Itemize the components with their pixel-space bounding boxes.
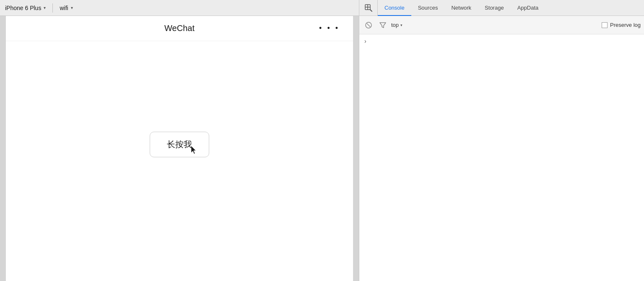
context-label: top xyxy=(391,22,399,28)
filter-icon xyxy=(379,22,386,29)
tab-storage[interactable]: Storage xyxy=(478,0,511,16)
app-body: 长按我 xyxy=(6,41,353,281)
inspect-icon xyxy=(364,4,373,12)
context-selector[interactable]: top ▾ xyxy=(391,22,402,28)
tab-appdata[interactable]: AppData xyxy=(511,0,545,16)
console-body: › xyxy=(359,34,644,281)
preserve-log-label: Preserve log xyxy=(610,22,641,28)
device-selector[interactable]: iPhone 6 Plus ▾ xyxy=(0,0,51,16)
tab-console[interactable]: Console xyxy=(378,0,411,16)
tab-sources[interactable]: Sources xyxy=(411,0,445,16)
toolbar-divider xyxy=(52,3,53,13)
context-dropdown-arrow: ▾ xyxy=(400,23,402,27)
preserve-log-checkbox[interactable] xyxy=(602,22,608,28)
svg-line-6 xyxy=(367,23,370,27)
console-prompt-line: › xyxy=(364,38,639,44)
preserve-log-area: Preserve log xyxy=(602,22,641,28)
cursor-icon xyxy=(191,146,197,154)
filter-button[interactable] xyxy=(377,19,389,31)
device-dropdown-arrow: ▾ xyxy=(44,5,46,10)
devtools-tabs: Console Sources Network Storage AppData xyxy=(359,0,644,16)
clear-icon xyxy=(365,22,372,29)
simulator-panel: WeChat • • • 长按我 xyxy=(0,16,359,281)
inspect-element-button[interactable] xyxy=(359,0,378,16)
tab-network[interactable]: Network xyxy=(444,0,478,16)
devtools-panel: top ▾ Preserve log › xyxy=(359,16,644,281)
wifi-selector[interactable]: wifi ▾ xyxy=(55,0,78,16)
app-header: WeChat • • • xyxy=(6,16,353,41)
simulator-screen: WeChat • • • 长按我 xyxy=(6,16,353,281)
clear-console-button[interactable] xyxy=(363,19,374,31)
device-name: iPhone 6 Plus xyxy=(5,5,41,11)
long-press-button[interactable]: 长按我 xyxy=(150,132,209,157)
console-prompt-chevron[interactable]: › xyxy=(364,38,366,44)
svg-line-1 xyxy=(370,10,372,11)
app-title: WeChat xyxy=(164,23,195,33)
wifi-name: wifi xyxy=(60,5,68,11)
app-menu-dots: • • • xyxy=(319,24,340,33)
console-toolbar: top ▾ Preserve log xyxy=(359,16,644,34)
wifi-dropdown-arrow: ▾ xyxy=(71,5,73,10)
svg-marker-7 xyxy=(380,23,386,28)
